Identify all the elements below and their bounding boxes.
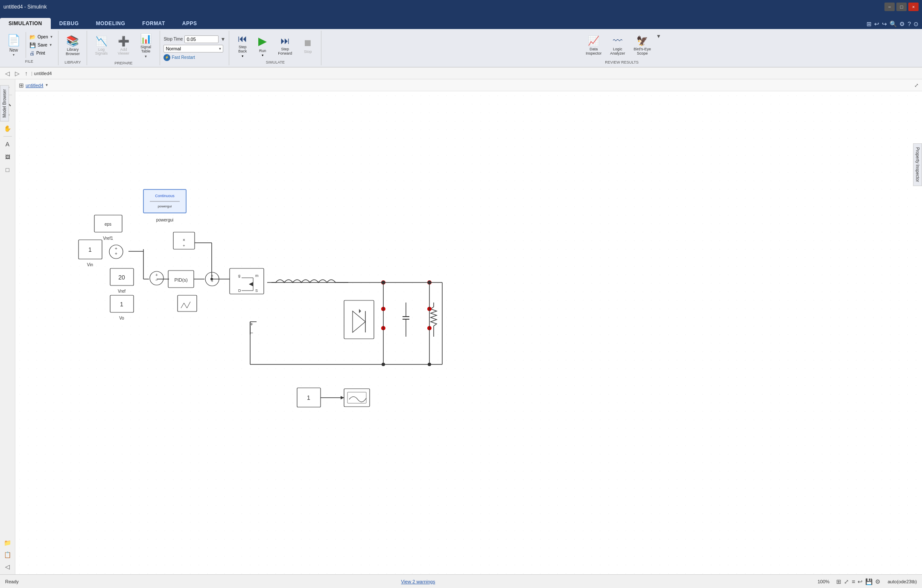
collapse-tools[interactable]: ◁ [2, 561, 14, 573]
library-browser-icon: 📚 [66, 35, 79, 47]
canvas-breadcrumb-dropdown[interactable]: ▼ [45, 83, 49, 87]
settings-icon[interactable]: ⚙ [875, 578, 881, 585]
sum1-block[interactable]: + + [109, 245, 123, 259]
step-back-button[interactable]: ⏮ StepBack ▼ [233, 32, 252, 59]
scope1-block[interactable] [178, 295, 197, 311]
fast-restart-label[interactable]: Fast Restart [172, 55, 195, 60]
shape-tool[interactable]: □ [2, 164, 14, 176]
step-forward-button[interactable]: ⏭ StepForward [273, 34, 297, 58]
warnings-link[interactable]: View 2 warnings [401, 579, 435, 584]
window-title: untitled4 - Simulink [3, 4, 47, 10]
new-dropdown-arrow: ▼ [12, 53, 15, 56]
open-button[interactable]: 📂 Open ▼ [28, 33, 55, 41]
step-forward-label: StepForward [278, 47, 292, 56]
run-icon: ▶ [258, 35, 267, 48]
stop-label: Stop [304, 49, 312, 54]
undo-icon[interactable]: ↩ [858, 578, 863, 585]
print-button[interactable]: 🖨 Print [28, 49, 55, 57]
logic-analyzer-button[interactable]: 〰 LogicAnalyzer [607, 34, 628, 58]
vin-block[interactable]: 1 [79, 240, 102, 259]
const-bottom-block[interactable]: 1 [297, 388, 321, 407]
tab-debug[interactable]: DEBUG [51, 18, 88, 29]
tab-apps[interactable]: APPS [174, 18, 206, 29]
align-icon[interactable]: ≡ [852, 578, 855, 585]
svg-text:D: D [238, 288, 241, 293]
diode-block[interactable] [344, 300, 374, 339]
model-browser-tab[interactable]: Model Browser [0, 85, 9, 122]
simulate-section-label: SIMULATE [266, 59, 285, 64]
tool-separator-2 [3, 136, 12, 137]
svg-text:20: 20 [118, 274, 125, 281]
review-dropdown[interactable]: ▼ [656, 32, 661, 39]
scope-bottom-block[interactable] [344, 389, 370, 407]
toolbar-icon-help[interactable]: ? [907, 20, 911, 27]
svg-rect-23 [178, 295, 197, 311]
birds-eye-button[interactable]: 🦅 Bird's-EyeScope [630, 34, 654, 58]
simulink-diagram: Continuous powergui powergui eps Vref1 1… [15, 91, 922, 574]
text-tool[interactable]: A [2, 138, 14, 150]
solver-dropdown-arrow[interactable]: ▼ [220, 36, 225, 42]
mosfet-block[interactable]: g m D S [230, 268, 264, 294]
svg-text:+: + [155, 273, 158, 277]
bottom-tool-1[interactable]: 📁 [2, 537, 14, 549]
run-button[interactable]: ▶ Run ▼ [253, 33, 272, 58]
zoom-level: 100% [817, 579, 829, 584]
signal-table-button[interactable]: 📊 SignalTable ▼ [135, 32, 156, 60]
minimize-button[interactable]: − [884, 3, 895, 11]
log-signals-label: LogSignals [95, 48, 108, 56]
image-tool[interactable]: 🖼 [2, 151, 14, 163]
status-text: Ready [5, 579, 19, 584]
vo-block[interactable]: 1 [110, 295, 134, 312]
add-viewer-label: AddViewer [118, 48, 129, 56]
signal-table-icon: 📊 [140, 33, 152, 44]
add-viewer-button[interactable]: ➕ AddViewer [113, 34, 134, 58]
close-button[interactable]: × [908, 3, 919, 11]
stop-button[interactable]: ⏹ Stop [298, 36, 318, 55]
fit-icon[interactable]: ⤢ [844, 578, 849, 585]
tab-format[interactable]: FORMAT [134, 18, 173, 29]
back-button[interactable]: ◁ [3, 69, 12, 78]
simulate-section: ⏮ StepBack ▼ ▶ Run ▼ ⏭ StepForward ⏹ Sto… [229, 31, 321, 65]
tab-simulation[interactable]: SIMULATION [0, 18, 51, 29]
vsource-minus: − [250, 330, 253, 336]
vref1-block[interactable]: eps [94, 215, 122, 232]
toolbar-icon-redo[interactable]: ↪ [882, 20, 887, 27]
save-icon[interactable]: 💾 [865, 578, 872, 585]
review-section-label: REVIEW RESULTS [605, 59, 639, 64]
save-button[interactable]: 💾 Save ▼ [28, 41, 55, 49]
svg-rect-33 [230, 268, 264, 294]
canvas-breadcrumb-icon: ⊞ [19, 82, 24, 89]
titlebar: untitled4 - Simulink − □ × [0, 0, 922, 14]
toolbar-icon-settings[interactable]: ⚙ [899, 20, 905, 27]
sum2-block[interactable]: + − [150, 271, 163, 285]
solver-select[interactable]: Normal Accelerator Rapid Accelerator [163, 45, 223, 52]
vref-block[interactable]: 20 [110, 268, 134, 285]
log-signals-icon: 📉 [96, 36, 107, 47]
toolbar-icon-extra[interactable]: ⊙ [913, 20, 919, 27]
pan-button[interactable]: ✋ [2, 122, 14, 134]
log-signals-button[interactable]: 📉 LogSignals [90, 34, 112, 58]
new-button[interactable]: 📄 New ▼ [2, 32, 26, 58]
stop-time-input[interactable] [184, 35, 219, 43]
data-inspector-button[interactable]: 📈 DataInspector [582, 34, 605, 58]
junction-1 [382, 281, 385, 284]
maximize-button[interactable]: □ [896, 3, 907, 11]
forward-button[interactable]: ▷ [13, 69, 21, 78]
toolbar-icon-grid[interactable]: ⊞ [867, 20, 872, 27]
grid-icon[interactable]: ⊞ [836, 578, 841, 585]
property-inspector-tab[interactable]: Property Inspector [913, 143, 922, 186]
up-button[interactable]: ↑ [23, 69, 29, 78]
bottom-tool-2[interactable]: 📋 [2, 549, 14, 561]
multiply-block[interactable]: × + [173, 232, 195, 249]
toolbar-icon-undo[interactable]: ↩ [874, 20, 879, 27]
birds-eye-icon: 🦅 [636, 35, 648, 47]
pid-block[interactable]: PID(s) [168, 271, 194, 288]
powergui-block[interactable]: Continuous powergui [143, 189, 186, 213]
tab-modeling[interactable]: MODELING [88, 18, 134, 29]
canvas-expand-icon[interactable]: ⤢ [914, 82, 919, 88]
canvas-breadcrumb-label[interactable]: untitled4 [26, 83, 44, 88]
logic-analyzer-label: LogicAnalyzer [610, 47, 625, 56]
library-browser-button[interactable]: 📚 LibraryBrowser [62, 33, 83, 58]
toolbar-icon-search[interactable]: 🔍 [890, 20, 897, 27]
svg-text:1: 1 [120, 301, 123, 308]
